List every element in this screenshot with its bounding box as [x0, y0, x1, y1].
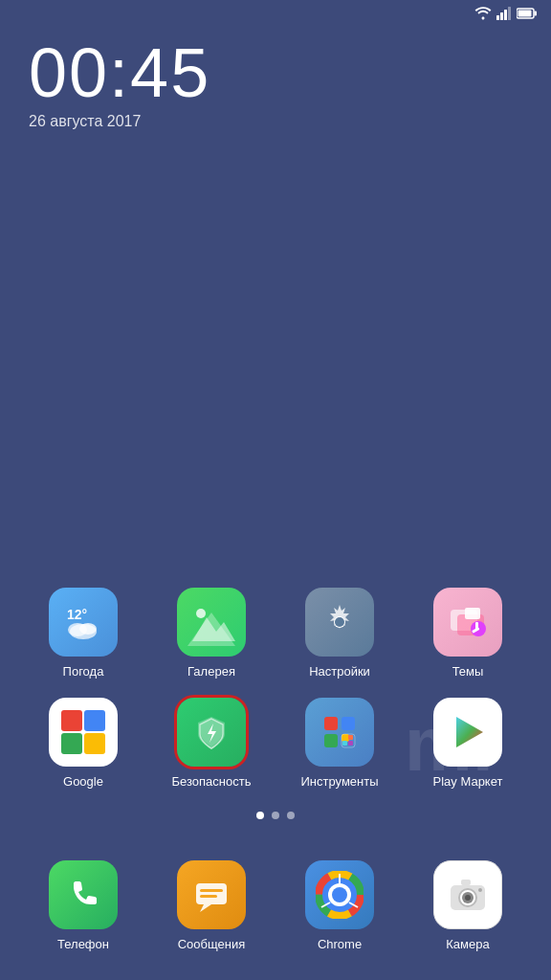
chrome-icon: [305, 860, 374, 929]
app-playmarket[interactable]: Play Маркет: [420, 698, 516, 789]
camera-icon: [433, 860, 502, 929]
page-dot-3[interactable]: [287, 812, 295, 819]
themes-icon: [433, 588, 502, 657]
dock: Телефон Сообщения: [0, 860, 551, 951]
page-dots: [0, 812, 551, 819]
google-grid: [61, 710, 105, 754]
app-settings[interactable]: Настройки: [292, 588, 387, 679]
dock-phone[interactable]: Телефон: [35, 860, 131, 951]
svg-rect-0: [496, 15, 499, 20]
tools-label: Инструменты: [300, 774, 378, 789]
clock-time: 00:45: [29, 38, 210, 107]
app-google[interactable]: Google: [35, 698, 131, 789]
weather-icon: 12°: [49, 588, 118, 657]
google-cell-2: [84, 710, 105, 731]
svg-rect-25: [324, 734, 338, 747]
playmarket-icon: [433, 698, 502, 767]
weather-label: Погода: [63, 664, 104, 679]
gallery-icon: [177, 588, 246, 657]
security-icon: [177, 698, 246, 767]
app-row-2: Google Безопасность: [19, 698, 532, 789]
wifi-icon: [474, 7, 492, 20]
svg-rect-30: [342, 741, 347, 746]
messages-label: Сообщения: [178, 937, 246, 951]
dock-camera[interactable]: Камера: [420, 860, 516, 951]
svg-rect-50: [461, 880, 471, 885]
google-icon-bg: [49, 698, 118, 767]
status-icons: [474, 7, 538, 20]
settings-icon: [305, 588, 374, 657]
google-cell-4: [84, 733, 105, 754]
app-themes[interactable]: Темы: [420, 588, 516, 679]
svg-marker-32: [456, 717, 483, 747]
svg-rect-35: [200, 889, 223, 892]
svg-rect-33: [196, 883, 227, 904]
svg-text:12°: 12°: [67, 607, 87, 622]
google-label: Google: [63, 774, 103, 789]
app-row-1: 12° Погода Галерея: [19, 588, 532, 679]
settings-label: Настройки: [309, 664, 370, 679]
svg-point-51: [478, 888, 482, 892]
clock-area: 00:45 26 августа 2017: [29, 38, 210, 130]
svg-rect-18: [465, 608, 480, 619]
gallery-label: Галерея: [187, 664, 235, 679]
app-gallery[interactable]: Галерея: [164, 588, 259, 679]
svg-rect-31: [348, 741, 353, 746]
svg-point-15: [335, 617, 344, 627]
themes-label: Темы: [452, 664, 484, 679]
svg-point-42: [332, 887, 347, 902]
tools-icon: [305, 698, 374, 767]
svg-rect-28: [342, 735, 347, 740]
chrome-label: Chrome: [318, 937, 362, 951]
app-weather[interactable]: 12° Погода: [35, 588, 131, 679]
svg-rect-23: [324, 717, 338, 730]
signal-icon: [496, 7, 512, 20]
app-grid: 12° Погода Галерея: [0, 588, 551, 808]
google-cell-3: [61, 733, 82, 754]
page-dot-1[interactable]: [256, 812, 264, 819]
svg-point-12: [196, 609, 206, 618]
svg-rect-5: [518, 11, 532, 17]
phone-icon: [49, 860, 118, 929]
battery-icon: [517, 8, 538, 19]
svg-rect-36: [200, 895, 217, 898]
svg-rect-6: [535, 11, 538, 16]
svg-rect-24: [342, 717, 355, 730]
svg-marker-34: [200, 904, 211, 912]
app-security[interactable]: Безопасность: [164, 698, 259, 789]
dock-messages[interactable]: Сообщения: [164, 860, 259, 951]
status-bar: [0, 0, 551, 27]
svg-rect-29: [348, 735, 353, 740]
messages-icon: [177, 860, 246, 929]
google-cell-1: [61, 710, 82, 731]
dock-chrome[interactable]: Chrome: [292, 860, 387, 951]
security-label: Безопасность: [172, 774, 252, 789]
clock-date: 26 августа 2017: [29, 113, 210, 130]
svg-point-49: [465, 895, 471, 901]
app-tools[interactable]: Инструменты: [292, 698, 387, 789]
phone-label: Телефон: [57, 937, 109, 951]
camera-label: Камера: [446, 937, 489, 951]
playmarket-label: Play Маркет: [433, 774, 503, 789]
svg-rect-2: [504, 10, 507, 20]
svg-rect-3: [508, 7, 511, 20]
svg-rect-1: [500, 12, 503, 20]
svg-point-10: [79, 623, 97, 635]
page-dot-2[interactable]: [272, 812, 279, 819]
